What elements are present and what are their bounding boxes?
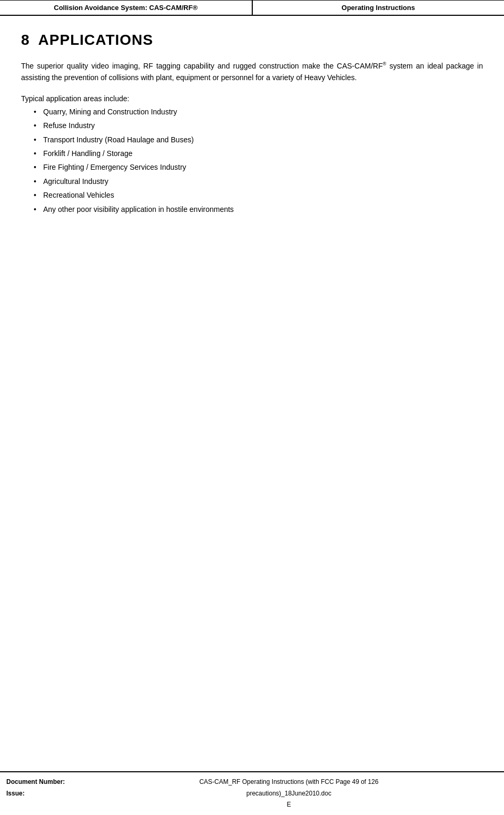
intro-paragraph: The superior quality video imaging, RF t…	[21, 60, 483, 84]
bullet-list: Quarry, Mining and Construction Industry…	[21, 106, 483, 215]
footer-values: CAS-CAM_RF Operating Instructions (with …	[80, 777, 498, 811]
footer-inner: Document Number: Issue: CAS-CAM_RF Opera…	[6, 777, 498, 811]
list-item: Quarry, Mining and Construction Industry	[34, 106, 483, 118]
issue-label: Issue:	[6, 788, 80, 800]
header-subtitle: Operating Instructions	[253, 1, 505, 15]
list-item: Fire Fighting / Emergency Services Indus…	[34, 161, 483, 173]
typical-heading: Typical application areas include:	[21, 94, 483, 103]
section-title: APPLICATIONS	[38, 32, 153, 48]
page: Collision Avoidance System: CAS-CAM/RF® …	[0, 0, 504, 815]
list-item: Agricultural Industry	[34, 176, 483, 187]
list-item: Refuse Industry	[34, 120, 483, 131]
list-item: Any other poor visibility application in…	[34, 203, 483, 215]
page-header: Collision Avoidance System: CAS-CAM/RF® …	[0, 0, 504, 16]
list-item: Transport Industry (Road Haulage and Bus…	[34, 134, 483, 145]
issue-value: E	[80, 799, 498, 811]
list-item: Forklift / Handling / Storage	[34, 148, 483, 159]
page-footer: Document Number: Issue: CAS-CAM_RF Opera…	[0, 771, 504, 815]
doc-number-value2: precautions)_18June2010.doc	[80, 788, 498, 800]
doc-number-value: CAS-CAM_RF Operating Instructions (with …	[80, 777, 498, 788]
section-number: 8	[21, 32, 30, 48]
header-title: Collision Avoidance System: CAS-CAM/RF®	[0, 1, 253, 15]
footer-doc-info: Document Number: Issue: CAS-CAM_RF Opera…	[6, 777, 498, 811]
list-item: Recreational Vehicles	[34, 189, 483, 201]
doc-number-label: Document Number:	[6, 777, 80, 788]
footer-labels: Document Number: Issue:	[6, 777, 80, 811]
page-content: 8APPLICATIONS The superior quality video…	[0, 16, 504, 771]
section-heading: 8APPLICATIONS	[21, 32, 483, 48]
